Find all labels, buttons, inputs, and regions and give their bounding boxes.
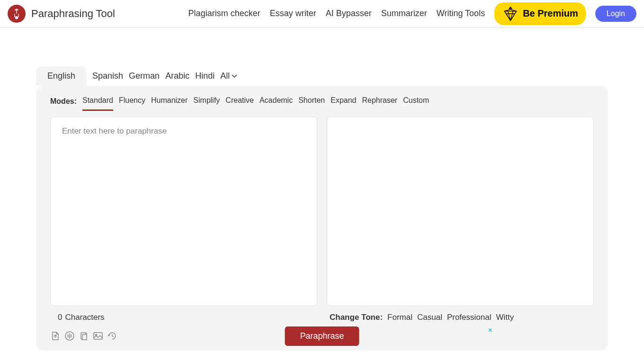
mode-shorten[interactable]: Shorten <box>298 91 325 111</box>
audio-icon[interactable] <box>64 331 75 341</box>
tone-formal[interactable]: Formal <box>387 313 412 322</box>
nav-summarizer[interactable]: Summarizer <box>381 9 427 18</box>
paste-icon[interactable] <box>79 331 89 341</box>
lang-all-label: All <box>220 71 230 81</box>
lang-tab-german[interactable]: German <box>129 66 160 86</box>
char-count-label: Characters <box>65 313 104 322</box>
mode-custom[interactable]: Custom <box>403 91 429 111</box>
toolbar-row: Paraphrase ✕ <box>36 326 608 346</box>
image-icon[interactable] <box>93 331 103 341</box>
app-title: Paraphrasing Tool <box>31 8 115 20</box>
nav-writing-tools[interactable]: Writing Tools <box>437 9 485 18</box>
nav-plagiarism[interactable]: Plagiarism checker <box>188 9 260 18</box>
modes-label: Modes: <box>50 97 77 106</box>
upload-file-icon[interactable] <box>50 331 61 341</box>
output-panel <box>327 117 594 306</box>
char-count: 0 Characters <box>50 313 322 322</box>
mode-standard[interactable]: Standard <box>82 91 113 111</box>
svg-point-0 <box>16 16 18 18</box>
main-container: English Spanish German Arabic Hindi All … <box>0 27 644 351</box>
mode-humanizer[interactable]: Humanizer <box>151 91 188 111</box>
mode-expand[interactable]: Expand <box>331 91 356 111</box>
lang-tab-english[interactable]: English <box>36 66 87 86</box>
lang-tab-hindi[interactable]: Hindi <box>195 66 215 86</box>
lang-tab-spanish[interactable]: Spanish <box>92 66 123 86</box>
paraphrase-button[interactable]: Paraphrase <box>285 326 359 346</box>
mode-simplify[interactable]: Simplify <box>193 91 220 111</box>
svg-point-1 <box>510 7 511 8</box>
login-button[interactable]: Login <box>595 6 636 22</box>
tone-section: Change Tone: Formal Casual Professional … <box>322 313 594 322</box>
logo-icon[interactable] <box>8 5 26 23</box>
ad-close-icon[interactable]: ✕ <box>488 327 492 334</box>
mode-fluency[interactable]: Fluency <box>119 91 145 111</box>
toolbar-icons <box>50 331 117 341</box>
mode-academic[interactable]: Academic <box>259 91 293 111</box>
premium-button[interactable]: Be Premium <box>494 2 586 25</box>
input-panel <box>50 117 317 306</box>
history-icon[interactable] <box>107 331 117 341</box>
tool-box: Modes: Standard Fluency Humanizer Simpli… <box>36 86 608 351</box>
lang-all-dropdown[interactable]: All <box>220 71 237 81</box>
logo-section: Paraphrasing Tool <box>8 5 115 23</box>
diamond-icon <box>502 5 519 22</box>
premium-label: Be Premium <box>523 8 578 19</box>
svg-point-5 <box>96 335 97 336</box>
char-count-number: 0 <box>58 313 62 322</box>
modes-row: Modes: Standard Fluency Humanizer Simpli… <box>36 86 608 117</box>
tone-professional[interactable]: Professional <box>447 313 492 322</box>
bottom-row: 0 Characters Change Tone: Formal Casual … <box>36 306 608 326</box>
tone-witty[interactable]: Witty <box>496 313 514 322</box>
input-textarea[interactable] <box>51 117 317 306</box>
nav-ai-bypasser[interactable]: AI Bypasser <box>326 9 372 18</box>
lang-tab-arabic[interactable]: Arabic <box>165 66 189 86</box>
nav-essay-writer[interactable]: Essay writer <box>270 9 316 18</box>
tone-label: Change Tone: <box>330 313 383 322</box>
text-panels <box>36 117 608 306</box>
svg-rect-4 <box>94 333 102 339</box>
header: Paraphrasing Tool Plagiarism checker Ess… <box>0 0 644 27</box>
mode-creative[interactable]: Creative <box>225 91 254 111</box>
tone-casual[interactable]: Casual <box>417 313 442 322</box>
nav-links: Plagiarism checker Essay writer AI Bypas… <box>188 2 636 25</box>
chevron-down-icon <box>232 74 237 78</box>
mode-rephraser[interactable]: Rephraser <box>362 91 397 111</box>
language-tabs: English Spanish German Arabic Hindi All <box>36 66 608 86</box>
